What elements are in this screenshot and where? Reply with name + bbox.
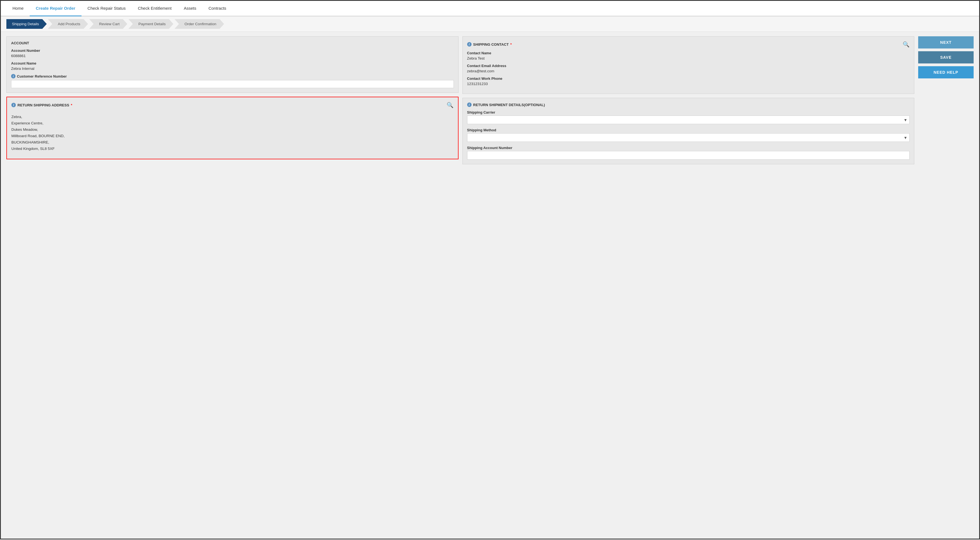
save-button[interactable]: SAVE xyxy=(918,51,974,64)
nav-check-repair-status[interactable]: Check Repair Status xyxy=(81,1,132,16)
account-number-label: Account Number xyxy=(11,49,454,52)
nav-contracts[interactable]: Contracts xyxy=(202,1,232,16)
return-shipment-info-icon: i xyxy=(467,103,472,107)
customer-ref-info-icon: i xyxy=(11,74,16,78)
shipping-method-wrapper: ▼ xyxy=(467,133,910,142)
shipping-contact-search-icon[interactable]: 🔍 xyxy=(903,41,910,48)
nav-assets[interactable]: Assets xyxy=(178,1,202,16)
main-content: ACCOUNT Account Number 6088861 Account N… xyxy=(1,32,979,538)
step-add-products[interactable]: Add Products xyxy=(48,19,88,29)
account-name-value: Zebra Internal xyxy=(11,67,454,71)
nav-create-repair-order[interactable]: Create Repair Order xyxy=(30,1,81,16)
left-column: ACCOUNT Account Number 6088861 Account N… xyxy=(6,36,458,164)
contact-phone-label: Contact Work Phone xyxy=(467,76,910,81)
contact-name-label: Contact Name xyxy=(467,51,910,55)
account-section-title: ACCOUNT xyxy=(11,41,454,45)
shipping-carrier-label: Shipping Carrier xyxy=(467,110,910,114)
return-shipping-address-text: Zebra, Experience Centre, Dukes Meadow, … xyxy=(11,112,453,154)
return-shipment-details-card: i RETURN SHIPMENT DETAILS(OPTIONAL) Ship… xyxy=(462,98,915,164)
return-shipment-title: i RETURN SHIPMENT DETAILS(OPTIONAL) xyxy=(467,103,910,107)
account-card: ACCOUNT Account Number 6088861 Account N… xyxy=(6,36,458,93)
step-shipping-details[interactable]: Shipping Details xyxy=(6,19,47,29)
contact-email-label: Contact Email Address xyxy=(467,64,910,68)
shipping-method-select[interactable] xyxy=(467,133,910,142)
top-nav: Home Create Repair Order Check Repair St… xyxy=(1,1,979,16)
account-name-label: Account Name xyxy=(11,61,454,65)
steps-breadcrumb: Shipping Details Add Products Review Car… xyxy=(1,16,979,32)
contact-email-value: zebra@test.com xyxy=(467,69,910,73)
need-help-button[interactable]: NEED HELP xyxy=(918,66,974,78)
step-review-cart[interactable]: Review Cart xyxy=(89,19,127,29)
account-number-value: 6088861 xyxy=(11,54,454,58)
customer-ref-label: Customer Reference Number xyxy=(17,74,67,78)
step-order-confirmation[interactable]: Order Confirmation xyxy=(174,19,224,29)
shipping-contact-card: i SHIPPING CONTACT * 🔍 Contact Name Zebr… xyxy=(462,36,915,94)
next-button[interactable]: NEXT xyxy=(918,36,974,49)
shipping-carrier-select[interactable] xyxy=(467,116,910,124)
return-shipping-title: i RETURN SHIPPING ADDRESS * 🔍 xyxy=(11,102,453,108)
return-shipping-info-icon: i xyxy=(11,103,16,107)
nav-check-entitlement[interactable]: Check Entitlement xyxy=(132,1,178,16)
nav-home[interactable]: Home xyxy=(6,1,30,16)
page-wrapper: Home Create Repair Order Check Repair St… xyxy=(0,0,980,540)
return-shipping-required: * xyxy=(71,103,72,107)
step-payment-details[interactable]: Payment Details xyxy=(128,19,173,29)
middle-column: i SHIPPING CONTACT * 🔍 Contact Name Zebr… xyxy=(462,36,915,164)
shipping-contact-info-icon: i xyxy=(467,42,472,46)
customer-ref-input[interactable] xyxy=(11,80,454,88)
contact-phone-value: 1231231233 xyxy=(467,82,910,86)
content-grid: ACCOUNT Account Number 6088861 Account N… xyxy=(6,36,974,164)
return-shipping-address-card: i RETURN SHIPPING ADDRESS * 🔍 Zebra, Exp… xyxy=(6,97,458,159)
return-shipping-search-icon[interactable]: 🔍 xyxy=(447,102,453,108)
shipping-contact-required: * xyxy=(511,42,512,46)
shipping-contact-title: i SHIPPING CONTACT * 🔍 xyxy=(467,41,910,48)
shipping-carrier-wrapper: ▼ xyxy=(467,116,910,124)
contact-name-value: Zebra Test xyxy=(467,56,910,60)
shipping-account-number-input[interactable] xyxy=(467,151,910,160)
shipping-method-label: Shipping Method xyxy=(467,128,910,132)
right-column: NEXT SAVE NEED HELP xyxy=(918,36,974,164)
shipping-account-number-label: Shipping Account Number xyxy=(467,146,910,150)
